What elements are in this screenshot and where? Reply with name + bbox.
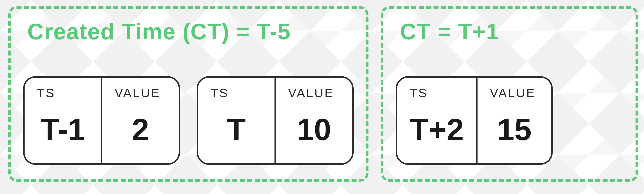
ts-label: TS — [410, 86, 470, 100]
ts-value: T+2 — [410, 102, 470, 157]
value-value: 2 — [115, 102, 172, 157]
ts-cell: TS T — [198, 78, 274, 163]
diagram-stage: Created Time (CT) = T-5 TS T-1 VALUE 2 T… — [0, 0, 644, 194]
record-card: TS T+2 VALUE 15 — [396, 76, 553, 165]
value-label: VALUE — [115, 86, 172, 100]
value-value: 10 — [288, 102, 346, 157]
group-cards: TS T-1 VALUE 2 TS T VALUE 10 — [23, 52, 354, 165]
value-label: VALUE — [288, 86, 346, 100]
ts-label: TS — [37, 86, 95, 100]
ts-cell: TS T-1 — [24, 78, 101, 163]
group-title: Created Time (CT) = T-5 — [27, 19, 354, 44]
value-cell: VALUE 10 — [274, 78, 352, 163]
value-value: 15 — [490, 102, 545, 157]
record-card: TS T VALUE 10 — [197, 76, 354, 165]
value-label: VALUE — [490, 86, 545, 100]
ts-value: T — [210, 102, 268, 157]
value-cell: VALUE 2 — [101, 78, 179, 163]
record-card: TS T-1 VALUE 2 — [23, 76, 180, 165]
group-created-time-t-plus-1: CT = T+1 TS T+2 VALUE 15 — [381, 6, 638, 182]
ts-cell: TS T+2 — [397, 78, 476, 163]
group-cards: TS T+2 VALUE 15 — [396, 52, 623, 165]
group-title: CT = T+1 — [400, 19, 623, 44]
group-created-time-t-minus-5: Created Time (CT) = T-5 TS T-1 VALUE 2 T… — [8, 6, 368, 182]
ts-value: T-1 — [37, 102, 95, 157]
value-cell: VALUE 15 — [476, 78, 551, 163]
ts-label: TS — [210, 86, 268, 100]
